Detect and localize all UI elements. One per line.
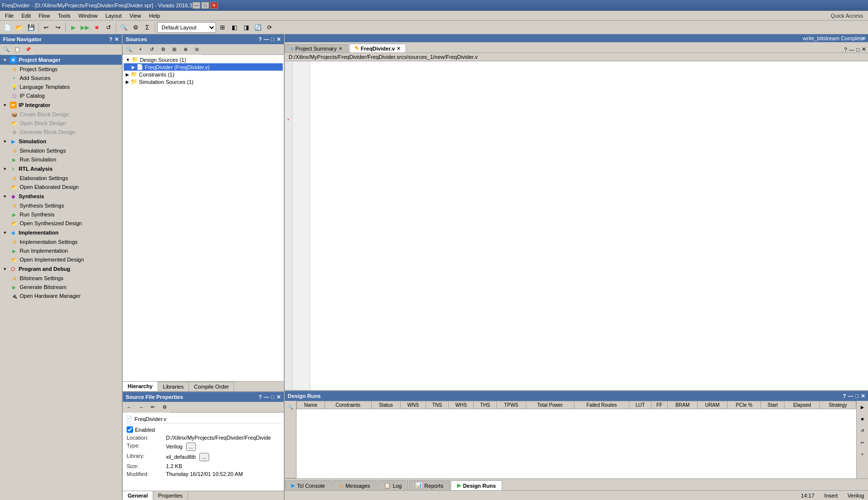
flow-open-hw[interactable]: 🔌 Open Hardware Manager [0, 291, 122, 300]
sources-help[interactable]: ? [259, 36, 262, 42]
flow-section-title-ip-integrator[interactable]: ▼ IP IP Integrator [0, 100, 122, 110]
layout-btn1[interactable]: ⊞ [217, 22, 228, 33]
flow-open-elab[interactable]: 📂 Open Elaborated Design [0, 183, 122, 191]
sfp-help[interactable]: ? [259, 394, 262, 400]
flow-ip-catalog[interactable]: ⬡ IP Catalog [0, 91, 122, 100]
tree-simulation-sources[interactable]: ▶ 📁 Simulation Sources (1) [124, 78, 283, 85]
flow-open-block[interactable]: 📂 Open Block Design [0, 119, 122, 128]
save-button[interactable]: 💾 [26, 22, 36, 33]
minimize-button[interactable]: — [192, 2, 200, 9]
flow-section-title-impl[interactable]: ▼ ◈ Implementation [0, 228, 122, 237]
bottom-tab-log[interactable]: 📋 Log [378, 480, 408, 490]
flow-section-title-prog[interactable]: ▼ ⬡ Program and Debug [0, 264, 122, 274]
src-search[interactable]: 🔍 [124, 44, 135, 55]
layout-btn2[interactable]: ◧ [229, 22, 240, 33]
src-tab-compile[interactable]: Compile Order [189, 382, 235, 391]
menu-window[interactable]: Window [75, 12, 102, 20]
src-layout[interactable]: ⊞ [169, 44, 180, 55]
sfp-tab-properties[interactable]: Properties [153, 491, 188, 500]
editor-help[interactable]: ? [844, 47, 847, 53]
src-refresh[interactable]: ↺ [146, 44, 157, 55]
reset-button[interactable]: ↺ [103, 22, 114, 33]
run-button[interactable]: ▶ [68, 22, 79, 33]
dr-max[interactable]: □ [855, 393, 859, 399]
flow-bit-settings[interactable]: ⚙ Bitstream Settings [0, 274, 122, 283]
bottom-tab-design-runs[interactable]: ▶ Design Runs [451, 480, 502, 490]
bottom-tab-messages[interactable]: ⚠ Messages [332, 480, 377, 490]
menu-tools[interactable]: Tools [54, 12, 75, 20]
layout-btn3[interactable]: ◨ [241, 22, 251, 33]
bottom-tab-tcl[interactable]: ▶ Tcl Console [285, 480, 331, 490]
layout-btn4[interactable]: 🔄 [252, 22, 263, 33]
dr-rerun-btn[interactable]: ↩ [857, 437, 868, 448]
close-button[interactable]: ✕ [210, 2, 218, 9]
sources-max[interactable]: □ [271, 36, 274, 42]
editor-max[interactable]: □ [856, 47, 860, 53]
flow-elab-settings[interactable]: ⚙ Elaboration Settings [0, 174, 122, 183]
dr-add-btn[interactable]: + [857, 449, 868, 460]
sfp-library-btn[interactable]: ... [199, 453, 209, 461]
flow-impl-settings[interactable]: ⚙ Implementation Settings [0, 237, 122, 246]
menu-layout[interactable]: Layout [102, 12, 126, 20]
editor-close[interactable]: ✕ [862, 46, 866, 53]
fnav-btn2[interactable]: 📋 [12, 44, 23, 55]
src-settings[interactable]: ⚙ [158, 44, 168, 55]
src-tab-hierarchy[interactable]: Hierarchy [123, 381, 158, 391]
sfp-settings2[interactable]: ⚙ [159, 402, 170, 413]
menu-flow[interactable]: Flow [35, 12, 54, 20]
search-button[interactable]: 🔍 [118, 22, 129, 33]
fnav-btn3[interactable]: 📌 [23, 44, 33, 55]
settings-button[interactable]: ⚙ [130, 22, 141, 33]
flow-run-impl[interactable]: ▶ Run Implementation [0, 246, 122, 255]
dr-search[interactable]: 🔍 [285, 402, 296, 413]
dr-reset-btn[interactable]: ↺ [857, 425, 868, 436]
psum-close[interactable]: ✕ [339, 46, 343, 51]
editor-min[interactable]: — [849, 47, 854, 53]
flow-nav-help[interactable]: ? [109, 36, 112, 42]
src-add[interactable]: + [135, 44, 146, 55]
fd2-close[interactable]: ✕ [397, 46, 401, 51]
sfp-edit[interactable]: ✏ [147, 402, 158, 413]
flow-add-sources[interactable]: + Add Sources [0, 74, 122, 82]
src-collapse[interactable]: ⊖ [191, 44, 202, 55]
sfp-min[interactable]: — [264, 394, 269, 400]
src-expand[interactable]: ⊕ [180, 44, 191, 55]
layout-dropdown[interactable]: Default Layout [157, 22, 216, 33]
maximize-button[interactable]: □ [201, 2, 209, 9]
undo-button[interactable]: ↩ [41, 22, 52, 33]
code-content[interactable] [310, 61, 868, 390]
dr-min[interactable]: — [848, 393, 853, 399]
sfp-tab-general[interactable]: General [123, 491, 153, 500]
dr-help[interactable]: ? [843, 393, 846, 399]
sfp-back[interactable]: ← [124, 402, 135, 413]
tree-constraints[interactable]: ▶ 📁 Constraints (1) [124, 71, 283, 78]
tree-freqdivider-file[interactable]: ▶ 📄 FreqDivider (FreqDivider.v) [124, 63, 283, 71]
new-button[interactable]: 📄 [2, 22, 13, 33]
flow-syn-settings[interactable]: ⚙ Synthesis Settings [0, 201, 122, 210]
tree-design-sources[interactable]: ▼ 📁 Design Sources (1) [124, 56, 283, 63]
menu-edit[interactable]: Edit [18, 12, 35, 20]
tab-freqdivider[interactable]: ✎ FreqDivider.v ✕ [349, 44, 407, 53]
dr-run-btn[interactable]: ▶ [857, 402, 868, 413]
flow-language-templates[interactable]: 💡 Language Templates [0, 82, 122, 91]
sfp-fwd[interactable]: → [136, 402, 146, 413]
flow-gen-bit[interactable]: ▶ Generate Bitstream [0, 283, 122, 291]
flow-section-title-rtl[interactable]: ▼ ≡ RTL Analysis [0, 164, 122, 174]
sources-close[interactable]: ✕ [276, 36, 281, 43]
sfp-type-btn[interactable]: ... [186, 443, 196, 451]
sfp-max[interactable]: □ [271, 394, 274, 400]
redo-button[interactable]: ↪ [53, 22, 63, 33]
menu-file[interactable]: File [1, 12, 18, 20]
flow-nav-close[interactable]: ✕ [114, 36, 119, 43]
flow-gen-block[interactable]: ⚙ Generate Block Design [0, 128, 122, 136]
flow-open-impl[interactable]: 📂 Open Implemented Design [0, 255, 122, 264]
stop-button[interactable]: ■ [91, 22, 102, 33]
sources-min[interactable]: — [264, 36, 269, 42]
fnav-search[interactable]: 🔍 [1, 44, 12, 55]
src-tab-libraries[interactable]: Libraries [158, 382, 189, 391]
sfp-enabled-checkbox[interactable] [127, 426, 133, 433]
open-button[interactable]: 📂 [14, 22, 25, 33]
layout-btn5[interactable]: ⟳ [264, 22, 275, 33]
flow-run-sim[interactable]: ▶ Run Simulation [0, 155, 122, 164]
code-editor[interactable]: ✕ [285, 61, 868, 390]
